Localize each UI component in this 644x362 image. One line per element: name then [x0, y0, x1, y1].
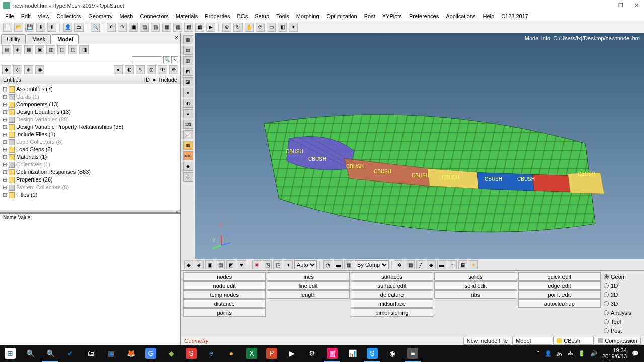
- vt-9[interactable]: 123: [183, 120, 193, 129]
- vt-10[interactable]: 📈: [183, 130, 193, 139]
- menu-setup[interactable]: Setup: [252, 12, 272, 20]
- view1-button[interactable]: ▣: [129, 23, 138, 32]
- open-button[interactable]: 📂: [14, 23, 23, 32]
- model-tree[interactable]: ⊞Assemblies (7)⊞Cards (1)⊞Components (13…: [0, 84, 180, 210]
- panel-edge-edit[interactable]: edge edit: [518, 281, 601, 290]
- panel-node-edit[interactable]: node edit: [183, 281, 266, 290]
- tray-battery-icon[interactable]: 🔋: [578, 350, 585, 357]
- undo-button[interactable]: ↶: [107, 23, 116, 32]
- explorer[interactable]: 🗂: [80, 345, 101, 362]
- tree-col-entities[interactable]: Entities: [3, 77, 21, 83]
- tree-item[interactable]: ⊞Assemblies (7): [2, 85, 178, 93]
- menu-edit[interactable]: Edit: [18, 12, 34, 20]
- tray-notif-icon[interactable]: 💬: [632, 350, 639, 357]
- snagit[interactable]: S: [362, 345, 382, 362]
- bt11[interactable]: ◔: [323, 260, 332, 269]
- tree-col-color[interactable]: ●: [153, 77, 156, 83]
- menu-tools[interactable]: Tools: [273, 12, 292, 20]
- bt21[interactable]: ★: [469, 260, 478, 269]
- tree-col-include[interactable]: Include: [159, 77, 177, 83]
- folder-button[interactable]: 🗀: [74, 23, 84, 32]
- tree-item[interactable]: ⊞Components (13): [2, 101, 178, 108]
- tree-col-id[interactable]: ID: [144, 77, 150, 83]
- browser-btn8[interactable]: ◨: [79, 45, 89, 54]
- chrome[interactable]: G: [141, 345, 161, 362]
- bycomp-select[interactable]: By Comp: [355, 260, 389, 269]
- search-button[interactable]: 🔍: [20, 345, 40, 362]
- panel-temp-nodes[interactable]: temp nodes: [183, 290, 266, 299]
- task7[interactable]: 📊: [342, 345, 362, 362]
- filter-btn4[interactable]: ◉: [35, 65, 44, 74]
- vt-6[interactable]: ●: [183, 88, 193, 97]
- radio-3d[interactable]: 3D: [604, 299, 642, 308]
- bt8[interactable]: ◳: [263, 260, 272, 269]
- panel-solid-edit[interactable]: solid edit: [434, 281, 517, 290]
- tree-item[interactable]: ⊞Materials (1): [2, 153, 178, 161]
- panel-surfaces[interactable]: surfaces: [351, 272, 433, 281]
- vt-2[interactable]: ▤: [183, 46, 193, 55]
- close-button[interactable]: ✕: [632, 2, 641, 9]
- status-model[interactable]: Model: [512, 337, 552, 345]
- panel-line-edit[interactable]: line edit: [267, 281, 349, 290]
- user-button[interactable]: 👤: [63, 23, 72, 32]
- tree-item[interactable]: ⊞Objectives (1): [2, 161, 178, 168]
- start-button[interactable]: ⊞: [0, 345, 20, 362]
- panel-autocleanup[interactable]: autocleanup: [518, 299, 601, 308]
- bt19[interactable]: ≡: [448, 260, 457, 269]
- menu-file[interactable]: File: [2, 12, 17, 20]
- bt18[interactable]: ▬: [437, 260, 446, 269]
- panel-distance[interactable]: distance: [183, 299, 266, 308]
- menu-materials[interactable]: Materials: [173, 12, 201, 20]
- panel-nodes[interactable]: nodes: [183, 272, 266, 281]
- task4[interactable]: ●: [221, 345, 242, 362]
- sogou[interactable]: S: [181, 345, 201, 362]
- status-comp[interactable]: CBush: [553, 337, 594, 345]
- tree-item[interactable]: ⊞Design Variable Property Relationships …: [2, 123, 178, 131]
- new-button[interactable]: 📄: [3, 23, 12, 32]
- search-input[interactable]: [132, 56, 162, 63]
- bt12[interactable]: ▬: [334, 260, 343, 269]
- tab-utility[interactable]: Utility: [1, 34, 26, 44]
- vt-14[interactable]: ◇: [183, 172, 193, 182]
- tray-clock[interactable]: 19:34 2019/6/13: [602, 347, 627, 359]
- tab-mask[interactable]: Mask: [27, 34, 51, 44]
- view5-button[interactable]: ▧: [173, 23, 182, 32]
- task6[interactable]: ▦: [322, 345, 342, 362]
- disp-btn3[interactable]: ↖: [136, 65, 145, 74]
- obs[interactable]: ◉: [382, 345, 403, 362]
- browser-btn5[interactable]: ▥: [46, 45, 55, 54]
- bt4[interactable]: ▤: [216, 260, 225, 269]
- export-button[interactable]: ⬆: [47, 23, 56, 32]
- tree-item[interactable]: ⊞Optimization Responses (863): [2, 168, 178, 176]
- persp-button[interactable]: ◧: [278, 23, 287, 32]
- panel-resizer[interactable]: [0, 210, 180, 213]
- view2-button[interactable]: ▤: [140, 23, 149, 32]
- panel-defeature[interactable]: defeature: [351, 290, 433, 299]
- view6-button[interactable]: ▨: [184, 23, 193, 32]
- menu-preferences[interactable]: Preferences: [406, 12, 442, 20]
- menu-bcs[interactable]: BCs: [234, 12, 251, 20]
- menu-xyplots[interactable]: XYPlots: [379, 12, 405, 20]
- fit-button[interactable]: 🔍: [91, 23, 100, 32]
- system-tray[interactable]: ˄ 👤 あ 🖧 🔋 🔊 19:34 2019/6/13 💬: [532, 347, 644, 359]
- panel-close-icon[interactable]: ×: [175, 34, 178, 40]
- task5[interactable]: ▶: [282, 345, 302, 362]
- filter-btn2[interactable]: ◇: [13, 65, 22, 74]
- bt17[interactable]: ◆: [427, 260, 436, 269]
- redo-button[interactable]: ↷: [118, 23, 127, 32]
- task2[interactable]: ▣: [101, 345, 121, 362]
- tree-item[interactable]: ⊞Cards (1): [2, 93, 178, 101]
- import-button[interactable]: ⬇: [36, 23, 45, 32]
- tree-item[interactable]: ⊞Design Variables (88): [2, 116, 178, 123]
- cortana-button[interactable]: 🔍: [40, 345, 60, 362]
- status-comp2[interactable]: Compression: [595, 337, 641, 345]
- panel-surface-edit[interactable]: surface edit: [351, 281, 433, 290]
- tray-ime-icon[interactable]: あ: [557, 350, 562, 357]
- menu-mesh[interactable]: Mesh: [117, 12, 136, 20]
- ie[interactable]: e: [201, 345, 221, 362]
- bt10[interactable]: ✦: [284, 260, 293, 269]
- menu-view[interactable]: View: [35, 12, 53, 20]
- menu-optimization[interactable]: Optimization: [324, 12, 360, 20]
- vt-7[interactable]: ◐: [183, 99, 193, 108]
- vt-12[interactable]: ABC: [183, 151, 193, 160]
